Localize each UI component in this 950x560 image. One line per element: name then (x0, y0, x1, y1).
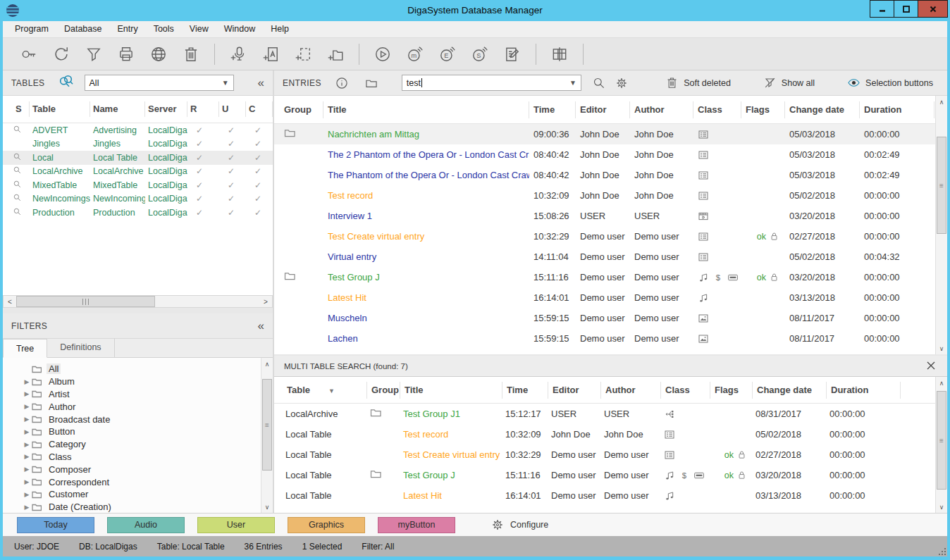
tree-item-button[interactable]: ▶Button (3, 425, 273, 438)
entries-column-header-class[interactable]: Class (693, 101, 741, 118)
mts-column-header-group[interactable]: Group (367, 382, 400, 399)
mts-row[interactable]: LocalArchiveTest Group J115:12:17USERUSE… (274, 404, 935, 424)
mts-column-header-time[interactable]: Time (502, 382, 548, 399)
search-button[interactable] (590, 74, 608, 92)
entry-row[interactable]: Test record10:32:09John DoeJohn Doe05/02… (274, 185, 935, 206)
table-row[interactable]: JinglesJinglesLocalDigas✓✓✓ (3, 137, 273, 151)
entry-row[interactable]: Lachen15:59:15Demo userDemo user08/11/20… (274, 328, 935, 349)
tree-item-composer[interactable]: ▶Composer (3, 463, 273, 475)
entry-info-button[interactable] (333, 74, 351, 92)
scroll-down-icon[interactable]: ∨ (936, 501, 947, 513)
tables-collapse-button[interactable]: « (258, 77, 264, 89)
expand-caret-icon[interactable]: ▶ (22, 504, 32, 511)
mts-row[interactable]: Local TableLatest Hit16:14:01Demo userDe… (274, 485, 935, 506)
open-group-button[interactable] (362, 74, 381, 92)
entries-column-header-author[interactable]: Author (630, 101, 693, 118)
entries-column-header-title[interactable]: Title (323, 101, 529, 118)
soft-deleted-toggle[interactable]: Soft deleted (665, 76, 731, 89)
mts-column-header-flags[interactable]: Flags (710, 382, 753, 399)
mts-row[interactable]: Local TableTest Create virtual entry10:3… (274, 444, 935, 465)
scroll-thumb[interactable] (16, 296, 155, 307)
expand-caret-icon[interactable]: ▶ (22, 428, 32, 435)
tree-item-correspondent[interactable]: ▶Correspondent (3, 475, 273, 488)
entries-column-header-time[interactable]: Time (529, 101, 576, 118)
mts-column-header-class[interactable]: Class (661, 382, 710, 399)
entries-search-input[interactable]: test ▼ (402, 75, 581, 91)
menu-item-window[interactable]: Window (216, 21, 263, 37)
table-row[interactable]: ProductionProductionLocalDigas✓✓✓ (3, 206, 273, 220)
mts-column-header-change-date[interactable]: Change date (753, 382, 827, 399)
quick-button-user[interactable]: User (197, 517, 275, 533)
entry-row[interactable]: Interview 115:08:26USERUSER03/20/201800:… (274, 206, 935, 226)
toolbar-play-button[interactable] (373, 44, 393, 64)
expand-caret-icon[interactable]: ▶ (22, 441, 32, 448)
entry-row[interactable]: Virtual entry14:11:04Demo userDemo user0… (274, 247, 935, 267)
tree-item-class[interactable]: ▶Class (3, 451, 273, 463)
expand-caret-icon[interactable]: ▶ (22, 453, 32, 460)
mts-column-header-author[interactable]: Author (601, 382, 661, 399)
scroll-thumb[interactable]: ≡ (937, 137, 946, 234)
entry-row[interactable]: Muscheln15:59:15Demo userDemo user08/11/… (274, 308, 935, 328)
toolbar-recorder-m-button[interactable]: m (405, 44, 425, 64)
table-row[interactable]: MixedTableMixedTableLocalDigas✓✓✓ (3, 178, 273, 192)
toolbar-edit-button[interactable] (502, 44, 522, 64)
minimize-button[interactable] (870, 0, 894, 18)
scroll-thumb[interactable]: ≡ (262, 379, 272, 471)
close-button[interactable] (918, 0, 948, 18)
quick-button-audio[interactable]: Audio (107, 517, 185, 533)
toolbar-key-button[interactable] (19, 44, 39, 64)
filters-scrollbar[interactable]: ∧ ≡ ∨ (261, 358, 273, 513)
toolbar-text-add-button[interactable] (261, 44, 280, 64)
tree-item-broadcast-date[interactable]: ▶Broadcast date (3, 413, 273, 425)
mts-row[interactable]: Local TableTest record10:32:09John DoeJo… (274, 424, 935, 444)
mts-row[interactable]: Local TableTest Group J15:11:16Demo user… (274, 465, 935, 485)
toolbar-virtual-add-button[interactable] (293, 44, 313, 64)
search-settings-button[interactable] (612, 74, 631, 92)
tree-item-author[interactable]: ▶Author (3, 400, 273, 413)
expand-caret-icon[interactable]: ▶ (22, 491, 32, 498)
toolbar-recorder-e-button[interactable]: E (438, 44, 457, 64)
tables-column-header-table[interactable]: Table (30, 101, 90, 117)
tab-tree[interactable]: Tree (3, 339, 47, 358)
scroll-left-icon[interactable]: < (4, 296, 16, 307)
menu-item-database[interactable]: Database (56, 21, 110, 37)
toolbar-refresh-button[interactable] (51, 44, 71, 64)
tables-column-header-r[interactable]: R (187, 101, 219, 117)
tables-horizontal-scrollbar[interactable]: < > (3, 295, 273, 308)
entries-column-header-duration[interactable]: Duration (860, 101, 934, 118)
maximize-button[interactable] (894, 0, 918, 18)
tables-column-header-u[interactable]: U (219, 101, 246, 117)
scroll-up-icon[interactable]: ∧ (936, 96, 947, 108)
toolbar-globe-button[interactable] (149, 44, 168, 64)
entries-scrollbar[interactable]: ∧ ≡ ∨ (935, 96, 947, 354)
mts-column-header-editor[interactable]: Editor (548, 382, 601, 399)
menu-item-entry[interactable]: Entry (109, 21, 145, 37)
toolbar-print-button[interactable] (116, 44, 136, 64)
tree-item-date-creation-[interactable]: ▶Date (Creation) (3, 501, 273, 513)
quick-button-graphics[interactable]: Graphics (288, 517, 365, 533)
tree-item-customer[interactable]: ▶Customer (3, 488, 273, 501)
show-all-toggle[interactable]: Show all (763, 76, 815, 89)
expand-caret-icon[interactable]: ▶ (22, 478, 32, 485)
scroll-down-icon[interactable]: ∨ (261, 501, 273, 513)
tree-item-album[interactable]: ▶Album (3, 375, 273, 388)
scroll-up-icon[interactable]: ∧ (261, 358, 273, 370)
menu-item-program[interactable]: Program (7, 21, 56, 37)
entry-row[interactable]: Test Group J15:11:16Demo userDemo user$o… (274, 267, 935, 287)
entries-column-header-flags[interactable]: Flags (741, 101, 785, 118)
tables-filter-dropdown[interactable]: All ▼ (85, 75, 234, 91)
toolbar-filter-button[interactable] (84, 44, 104, 64)
menu-item-help[interactable]: Help (263, 21, 297, 37)
scroll-right-icon[interactable]: > (259, 296, 272, 307)
entry-row[interactable]: The Phantom of the Opera Or - London Cas… (274, 165, 935, 185)
selection-buttons-toggle[interactable]: Selection buttons (847, 76, 933, 89)
quick-button-mybutton[interactable]: myButton (378, 517, 455, 533)
tree-item-artist[interactable]: ▶Artist (3, 388, 273, 401)
resize-grip[interactable] (937, 547, 946, 555)
table-row[interactable]: LocalArchiveLocalArchiveLocalDigas✓✓✓ (3, 165, 273, 179)
tables-column-header-s[interactable]: S (3, 101, 30, 117)
entries-column-header-editor[interactable]: Editor (576, 101, 630, 118)
filters-collapse-button[interactable]: « (258, 320, 264, 332)
toolbar-table-columns-button[interactable] (550, 44, 569, 64)
tables-column-header-c[interactable]: C (246, 101, 273, 117)
